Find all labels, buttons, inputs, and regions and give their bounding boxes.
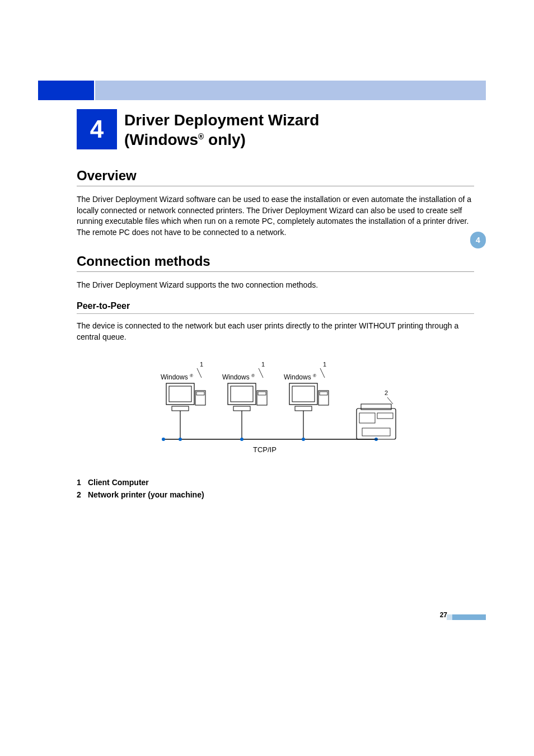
reg-1: ® [190, 373, 193, 378]
svg-point-25 [302, 438, 305, 441]
legend-text-2: Network printer (your machine) [88, 490, 204, 499]
svg-rect-11 [228, 383, 256, 405]
reg-2: ® [251, 373, 255, 378]
side-tab-label: 4 [476, 236, 480, 245]
reg-3: ® [313, 373, 316, 378]
chapter-title-line2-post: only) [204, 131, 246, 148]
svg-rect-20 [292, 386, 315, 402]
overview-heading: Overview [77, 168, 474, 186]
chapter-number: 4 [90, 115, 104, 143]
svg-rect-7 [196, 392, 204, 395]
svg-point-9 [179, 438, 182, 441]
protocol-label: TCP/IP [253, 445, 277, 454]
peer-to-peer-heading: Peer-to-Peer [77, 301, 474, 314]
svg-rect-5 [172, 406, 189, 411]
windows-label-1: Windows [161, 373, 188, 381]
svg-rect-19 [289, 383, 317, 405]
svg-point-1 [162, 438, 165, 441]
registered-symbol: ® [198, 132, 204, 141]
legend-num-2: 2 [77, 490, 86, 499]
svg-rect-23 [320, 392, 327, 395]
callout-2: 2 [385, 389, 388, 396]
header-bar [95, 81, 486, 100]
peer-to-peer-paragraph: The device is connected to the network b… [77, 321, 474, 342]
svg-rect-6 [195, 391, 205, 405]
overview-paragraph: The Driver Deployment Wizard software ca… [77, 194, 474, 238]
legend-num-1: 1 [77, 478, 86, 487]
header-blue-block [38, 81, 94, 100]
page-number: 27 [440, 611, 447, 619]
svg-rect-4 [169, 386, 191, 402]
svg-rect-29 [359, 413, 375, 423]
callout-1: 1 [261, 361, 265, 368]
svg-line-32 [387, 397, 393, 404]
legend-text-1: Client Computer [88, 478, 149, 487]
chapter-title-line2-pre: (Windows [124, 131, 198, 148]
svg-line-18 [259, 368, 263, 378]
diagram-container: 1 Windows ® 1 Windows ® [77, 353, 474, 467]
svg-line-10 [197, 368, 202, 378]
chapter-number-box: 4 [77, 109, 117, 149]
svg-rect-12 [231, 386, 253, 402]
svg-rect-14 [257, 391, 267, 405]
svg-rect-31 [362, 428, 390, 436]
legend-item: 1 Client Computer [77, 478, 474, 487]
computer-icon: 1 Windows ® [284, 361, 329, 441]
legend-item: 2 Network printer (your machine) [77, 490, 474, 499]
svg-rect-3 [166, 383, 194, 405]
computer-icon: 1 Windows ® [161, 361, 205, 441]
page-accent [452, 614, 486, 620]
windows-label-3: Windows [284, 373, 311, 381]
connection-methods-heading: Connection methods [77, 253, 474, 272]
content-area: Overview The Driver Deployment Wizard so… [77, 168, 474, 503]
printer-icon: 2 [357, 389, 396, 439]
svg-rect-21 [295, 406, 312, 411]
svg-rect-15 [258, 392, 266, 395]
svg-point-17 [240, 438, 243, 441]
svg-rect-22 [318, 391, 329, 405]
chapter-title-line1: Driver Deployment Wizard [124, 111, 319, 129]
computer-icon: 1 Windows ® [222, 361, 267, 441]
callout-1: 1 [323, 361, 326, 368]
peer-to-peer-diagram: 1 Windows ® 1 Windows ® [141, 353, 410, 464]
svg-line-26 [320, 368, 325, 378]
connection-methods-intro: The Driver Deployment Wizard supports th… [77, 280, 474, 291]
svg-rect-30 [377, 413, 393, 419]
callout-1: 1 [200, 361, 203, 368]
diagram-legend: 1 Client Computer 2 Network printer (you… [77, 478, 474, 499]
svg-rect-13 [233, 406, 250, 411]
windows-label-2: Windows [222, 373, 250, 381]
chapter-title: Driver Deployment Wizard (Windows® only) [124, 110, 319, 149]
